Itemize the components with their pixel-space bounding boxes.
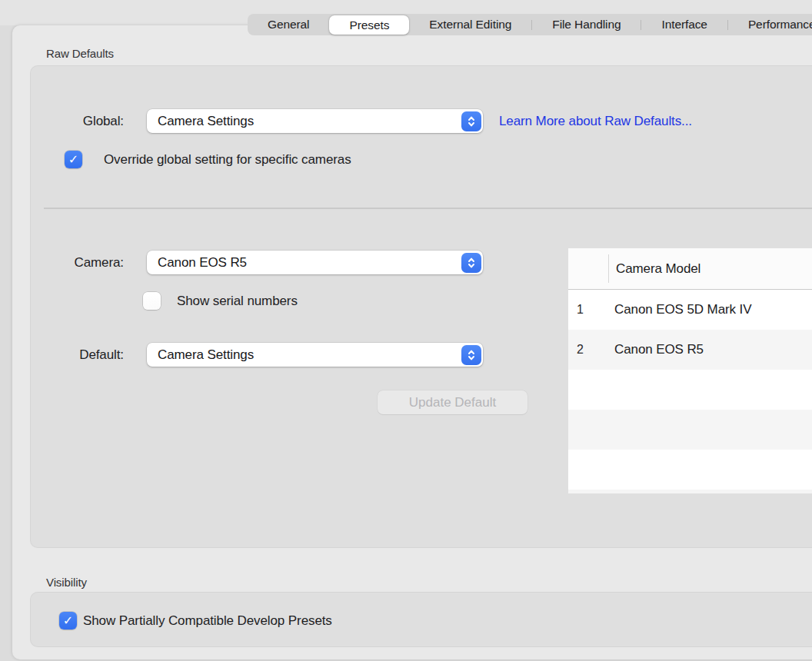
show-partially-compatible-label: Show Partially Compatible Develop Preset… [83,609,332,633]
tab-interface[interactable]: Interface [641,14,727,35]
default-setting-dropdown-value: Camera Settings [158,343,254,367]
camera-dropdown-value: Canon EOS R5 [158,251,247,274]
table-empty-row [568,410,812,450]
up-down-chevrons-icon [461,111,481,131]
table-row[interactable]: 2 Canon EOS R5 [568,330,812,370]
up-down-chevrons-icon [461,345,481,365]
camera-label: Camera: [31,251,124,274]
header-column-divider [608,254,609,283]
up-down-chevrons-icon [461,253,481,273]
preferences-window: Raw Defaults Global: Camera Settings Lea… [0,0,812,661]
global-default-dropdown[interactable]: Camera Settings [147,109,483,133]
show-serial-numbers-label: Show serial numbers [177,289,298,313]
camera-model-column-header: Camera Model [616,248,701,290]
override-global-checkbox[interactable]: ✓ [65,151,82,168]
table-row[interactable]: 1 Canon EOS 5D Mark IV [568,290,812,330]
camera-model-table-header: Camera Model [568,248,812,290]
learn-more-link[interactable]: Learn More about Raw Defaults... [499,109,692,133]
preferences-content-panel: Raw Defaults Global: Camera Settings Lea… [12,25,812,659]
global-default-dropdown-value: Camera Settings [158,109,254,133]
visibility-panel: ✓ Show Partially Compatible Develop Pres… [30,592,812,647]
global-label: Global: [31,109,124,133]
default-setting-dropdown[interactable]: Camera Settings [147,343,483,367]
update-default-button[interactable]: Update Default [378,390,527,414]
tab-external-editing[interactable]: External Editing [409,14,531,35]
tab-file-handling[interactable]: File Handling [532,14,641,35]
tab-general[interactable]: General [248,14,329,35]
default-label: Default: [31,343,124,367]
checkmark-icon: ✓ [63,613,73,628]
table-empty-row [568,490,812,493]
tab-presets[interactable]: Presets [329,15,409,35]
checkmark-icon: ✓ [68,152,78,167]
section-divider [44,208,812,209]
preferences-tab-bar: General Presets External Editing File Ha… [248,14,812,35]
table-empty-row [568,450,812,490]
row-number-cell: 1 [568,303,608,317]
row-number-cell: 2 [568,343,608,357]
camera-model-table: Camera Model 1 Canon EOS 5D Mark IV 2 Ca… [568,248,812,493]
show-serial-numbers-checkbox[interactable]: ✓ [143,292,161,310]
camera-model-cell: Canon EOS R5 [608,342,704,357]
table-empty-row [568,370,812,410]
override-global-checkbox-label: Override global setting for specific cam… [104,148,351,171]
camera-model-cell: Canon EOS 5D Mark IV [608,302,751,317]
camera-dropdown[interactable]: Canon EOS R5 [147,251,483,274]
raw-defaults-panel: Global: Camera Settings Learn More about… [30,65,812,548]
visibility-section-title: Visibility [46,576,87,589]
raw-defaults-section-title: Raw Defaults [46,47,114,60]
show-partially-compatible-checkbox[interactable]: ✓ [59,612,77,629]
tab-performance[interactable]: Performance [728,14,812,35]
